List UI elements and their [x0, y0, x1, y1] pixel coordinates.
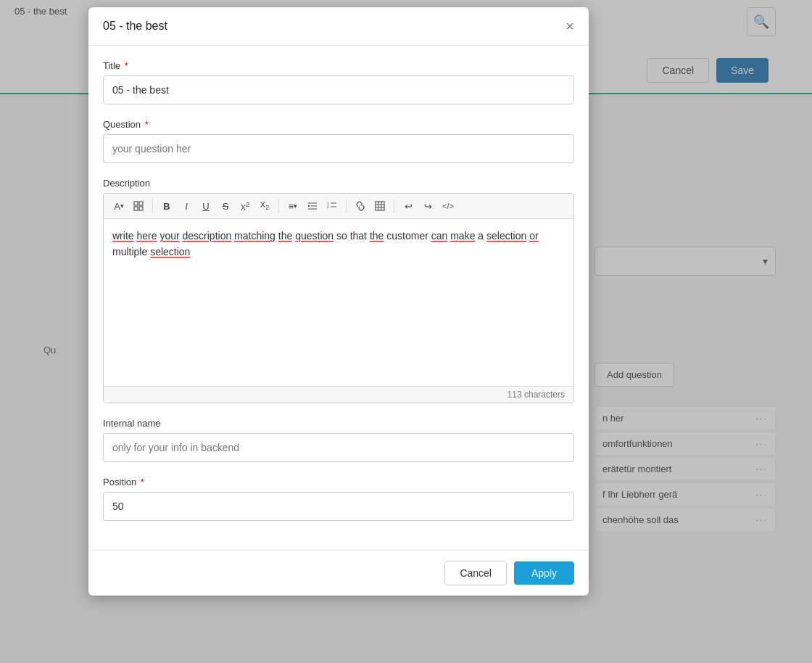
description-label: Description — [103, 178, 574, 189]
svg-rect-3 — [139, 207, 143, 210]
toolbar-sep-3 — [346, 199, 347, 213]
question-input[interactable] — [103, 134, 574, 163]
toolbar-code-button[interactable]: </> — [438, 197, 458, 215]
modal-close-button[interactable]: × — [566, 19, 574, 33]
modal-title: 05 - the best — [103, 20, 167, 33]
toolbar-underline-button[interactable]: U — [196, 197, 215, 215]
question-label: Question * — [103, 119, 574, 130]
toolbar-insert-group — [351, 197, 389, 215]
svg-text:2: 2 — [327, 205, 329, 209]
toolbar-numberedlist-button[interactable]: 1 2 — [323, 197, 341, 215]
svg-rect-1 — [139, 202, 143, 205]
toolbar-superscript-button[interactable]: X2 — [236, 197, 254, 215]
position-field-group: Position * — [103, 477, 574, 521]
toolbar-history-group: ↩ ↪ </> — [399, 197, 458, 215]
internal-name-field-group: Internal name — [103, 418, 574, 462]
toolbar-redo-button[interactable]: ↪ — [418, 197, 437, 215]
toolbar-align-group: ≡▾ 1 — [283, 197, 341, 215]
toolbar-align-button[interactable]: ≡▾ — [283, 197, 302, 215]
toolbar-table-button[interactable] — [370, 197, 389, 215]
description-field-group: Description A▾ B I — [103, 178, 574, 403]
position-input[interactable] — [103, 492, 574, 521]
toolbar-sep-1 — [152, 199, 153, 213]
modal-footer: Cancel Apply — [88, 550, 589, 596]
toolbar-strikethrough-button[interactable]: S — [216, 197, 235, 215]
internal-name-label: Internal name — [103, 418, 574, 429]
title-input[interactable] — [103, 75, 574, 104]
modal-body: Title * Question * Description A▾ — [88, 46, 589, 550]
svg-rect-2 — [134, 207, 138, 210]
title-label: Title * — [103, 60, 574, 71]
description-content[interactable]: write here your description matching the… — [104, 219, 573, 386]
internal-name-input[interactable] — [103, 433, 574, 462]
toolbar-font-group: A▾ — [109, 197, 148, 215]
modal-header: 05 - the best × — [88, 7, 589, 46]
modal-apply-button[interactable]: Apply — [514, 561, 574, 585]
char-count: 113 characters — [104, 386, 573, 403]
modal-dialog: 05 - the best × Title * Question * Descr… — [88, 7, 589, 596]
description-editor: A▾ B I U S X2 X2 — [103, 193, 574, 403]
title-field-group: Title * — [103, 60, 574, 104]
toolbar-sep-4 — [394, 199, 394, 213]
toolbar-bold-button[interactable]: B — [157, 197, 176, 215]
question-field-group: Question * — [103, 119, 574, 163]
toolbar-subscript-button[interactable]: X2 — [255, 197, 274, 215]
toolbar-sep-2 — [278, 199, 279, 213]
toolbar-format-group: B I U S X2 X2 — [157, 197, 274, 215]
toolbar-fontsize-button[interactable] — [129, 197, 148, 215]
svg-rect-11 — [376, 202, 384, 210]
toolbar-undo-button[interactable]: ↩ — [399, 197, 418, 215]
position-label: Position * — [103, 477, 574, 487]
toolbar-font-button[interactable]: A▾ — [109, 197, 128, 215]
modal-cancel-button[interactable]: Cancel — [444, 561, 507, 585]
toolbar-link-button[interactable] — [351, 197, 370, 215]
svg-rect-0 — [134, 202, 138, 205]
editor-toolbar: A▾ B I U S X2 X2 — [104, 194, 573, 219]
toolbar-indent-button[interactable] — [303, 197, 322, 215]
toolbar-italic-button[interactable]: I — [177, 197, 196, 215]
